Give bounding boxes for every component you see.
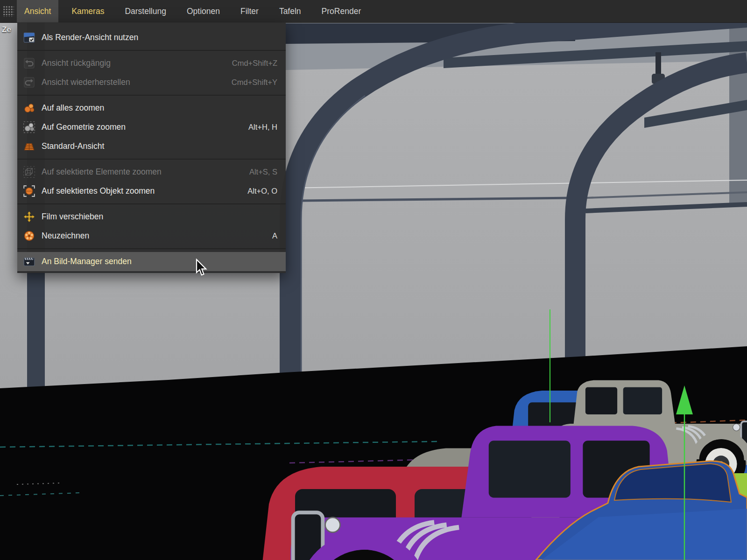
menu-item-label: Auf Geometrie zoomen xyxy=(42,122,126,132)
menubar-item-darstellung[interactable]: Darstellung xyxy=(117,0,174,22)
move-film-icon xyxy=(22,210,36,224)
menu-item-shortcut: Alt+O, O xyxy=(247,187,277,196)
menu-item-auf-selektiertes-objekt-zoomen[interactable]: Auf selektiertes Objekt zoomen Alt+O, O xyxy=(17,182,286,201)
render-view-icon xyxy=(22,31,36,45)
menu-item-label: Film verschieben xyxy=(42,212,103,222)
menu-item-neuzeichnen[interactable]: Neuzeichnen A xyxy=(17,226,286,245)
menu-item-shortcut: Cmd+Shift+Y xyxy=(232,78,277,87)
grid-handle-icon[interactable] xyxy=(0,0,17,22)
menu-item-shortcut: Alt+H, H xyxy=(248,123,277,132)
zoom-all-icon xyxy=(22,101,36,115)
menubar-item-filter[interactable]: Filter xyxy=(233,0,266,22)
menubar-item-tafeln[interactable]: Tafeln xyxy=(272,0,309,22)
menu-item-auf-selektierte-elemente-zoomen[interactable]: Auf selektierte Elemente zoomen Alt+S, S xyxy=(17,162,286,182)
menu-item-label: Als Render-Ansicht nutzen xyxy=(42,33,138,42)
menu-separator xyxy=(17,50,286,51)
menu-item-label: Ansicht wiederherstellen xyxy=(42,77,130,87)
menu-item-an-bild-manager-senden[interactable]: An Bild-Manager senden xyxy=(17,252,286,271)
zoom-selected-object-icon xyxy=(22,184,36,198)
menu-item-ansicht-rueckgaengig[interactable]: Ansicht rückgängig Cmd+Shift+Z xyxy=(17,54,286,73)
viewport-projection-label: Ze xyxy=(2,25,11,35)
menu-item-ansicht-wiederherstellen[interactable]: Ansicht wiederherstellen Cmd+Shift+Y xyxy=(17,73,286,92)
menu-separator xyxy=(17,95,286,96)
viewport-menubar: Ansicht Kameras Darstellung Optionen Fil… xyxy=(0,0,747,23)
menu-item-shortcut: A xyxy=(272,231,277,240)
zoom-selected-elements-icon xyxy=(22,165,36,179)
ansicht-dropdown-menu: Als Render-Ansicht nutzen Ansicht rückgä… xyxy=(17,22,286,273)
menu-item-label: Standard-Ansicht xyxy=(42,141,104,151)
menu-item-label: Ansicht rückgängig xyxy=(42,58,111,68)
menubar-item-prorender[interactable]: ProRender xyxy=(314,0,369,22)
redraw-icon xyxy=(22,229,36,243)
menu-item-auf-alles-zoomen[interactable]: Auf alles zoomen xyxy=(17,98,286,118)
menubar-item-kameras[interactable]: Kameras xyxy=(64,0,112,22)
redo-icon xyxy=(22,76,36,90)
menu-item-shortcut: Alt+S, S xyxy=(249,168,277,176)
menu-item-auf-geometrie-zoomen[interactable]: Auf Geometrie zoomen Alt+H, H xyxy=(17,118,286,137)
menu-item-label: Auf alles zoomen xyxy=(42,103,104,113)
menu-item-label: Neuzeichnen xyxy=(42,231,89,241)
send-to-picture-viewer-icon xyxy=(22,255,36,269)
menu-item-film-verschieben[interactable]: Film verschieben xyxy=(17,207,286,226)
menu-item-als-render-ansicht-nutzen[interactable]: Als Render-Ansicht nutzen xyxy=(17,28,286,47)
menu-separator xyxy=(17,203,286,204)
menu-item-standard-ansicht[interactable]: Standard-Ansicht xyxy=(17,137,286,156)
menubar-item-optionen[interactable]: Optionen xyxy=(179,0,227,22)
menu-separator xyxy=(17,248,286,249)
undo-icon xyxy=(22,56,36,70)
default-view-icon xyxy=(22,140,36,154)
menu-item-label: Auf selektiertes Objekt zoomen xyxy=(42,186,155,196)
menubar-item-ansicht[interactable]: Ansicht xyxy=(17,0,58,22)
menu-item-label: An Bild-Manager senden xyxy=(42,257,132,266)
menu-separator xyxy=(17,159,286,160)
menu-item-label: Auf selektierte Elemente zoomen xyxy=(42,167,162,177)
menu-item-shortcut: Cmd+Shift+Z xyxy=(232,59,277,68)
cinema4d-viewport-window: Ze Ansicht Kameras Darstellung Optionen … xyxy=(0,0,747,560)
zoom-geometry-icon xyxy=(22,120,36,134)
mouse-cursor xyxy=(195,259,208,276)
